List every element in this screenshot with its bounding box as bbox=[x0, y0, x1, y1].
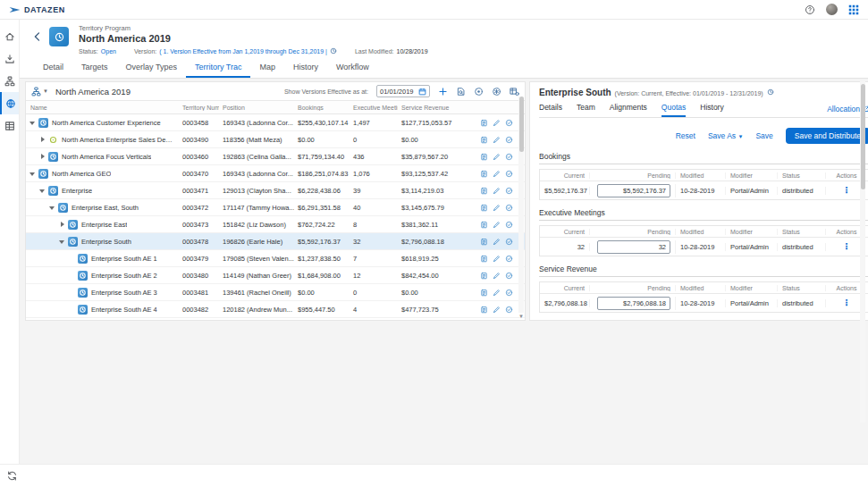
tree-row[interactable]: Enterprise South AE 30003481139461 (Rach… bbox=[26, 284, 525, 301]
hierarchy-selector[interactable]: ▼ bbox=[31, 87, 48, 97]
sidebar-item-export[interactable] bbox=[0, 47, 19, 70]
help-icon[interactable] bbox=[805, 4, 815, 15]
tab-targets[interactable]: Targets bbox=[72, 63, 117, 78]
kebab-menu-icon[interactable]: ⋮ bbox=[842, 186, 851, 195]
notes-icon[interactable] bbox=[480, 136, 488, 144]
notes-icon[interactable] bbox=[480, 255, 488, 263]
collapse-caret-icon[interactable] bbox=[48, 204, 56, 212]
notes-icon[interactable] bbox=[480, 204, 488, 212]
edit-icon[interactable] bbox=[493, 272, 501, 280]
verify-icon[interactable] bbox=[505, 153, 513, 161]
tree-row[interactable]: Enterprise South AE 20003480114149 (Nath… bbox=[26, 267, 525, 284]
kebab-menu-icon[interactable]: ⋮ bbox=[842, 298, 851, 307]
notes-icon[interactable] bbox=[480, 306, 488, 314]
detail-tab-details[interactable]: Details bbox=[539, 103, 562, 117]
detail-tab-quotas[interactable]: Quotas bbox=[662, 103, 686, 117]
tree-scrollbar[interactable] bbox=[518, 97, 524, 313]
tree-row[interactable]: Enterprise South AE 10003479179085 (Stev… bbox=[26, 250, 525, 267]
calendar-icon[interactable] bbox=[418, 88, 426, 96]
collapse-caret-icon[interactable] bbox=[38, 187, 46, 195]
edit-icon[interactable] bbox=[493, 238, 501, 246]
edit-icon[interactable] bbox=[493, 221, 501, 229]
save-as-button[interactable]: Save As ▼ bbox=[708, 131, 744, 140]
tree-row[interactable]: North America GEO0003470169343 (Ladonna … bbox=[26, 165, 525, 182]
expand-caret-icon[interactable] bbox=[38, 136, 46, 144]
collapse-caret-icon[interactable] bbox=[29, 170, 37, 178]
tree-row[interactable]: Enterprise East, South0003472171147 (Tam… bbox=[26, 199, 525, 216]
sidebar-item-worksheet[interactable] bbox=[0, 114, 19, 137]
tree-row[interactable]: North America Focus Verticals00034601928… bbox=[26, 148, 525, 165]
add-icon[interactable] bbox=[438, 87, 448, 97]
tree-row[interactable]: Enterprise East0003473151842 (Liz Dawson… bbox=[26, 216, 525, 233]
edit-icon[interactable] bbox=[493, 255, 501, 263]
verify-icon[interactable] bbox=[505, 272, 513, 280]
notes-icon[interactable] bbox=[480, 119, 488, 127]
pending-input[interactable] bbox=[597, 240, 670, 254]
tab-history[interactable]: History bbox=[284, 63, 327, 78]
verify-icon[interactable] bbox=[505, 289, 513, 297]
notes-icon[interactable] bbox=[480, 272, 488, 280]
tree-row[interactable]: Enterprise South0003478196826 (Earle Hal… bbox=[26, 233, 525, 250]
notes-icon[interactable] bbox=[480, 238, 488, 246]
verify-icon[interactable] bbox=[505, 238, 513, 246]
table-settings-icon[interactable] bbox=[510, 87, 519, 97]
verify-icon[interactable] bbox=[505, 255, 513, 263]
notes-icon[interactable] bbox=[480, 153, 488, 161]
verify-icon[interactable] bbox=[505, 170, 513, 178]
pending-input[interactable] bbox=[597, 297, 670, 310]
tree-row[interactable]: North America Enterprise Sales Developme… bbox=[26, 131, 525, 148]
edit-icon[interactable] bbox=[493, 170, 501, 178]
notes-icon[interactable] bbox=[480, 187, 488, 195]
tab-detail[interactable]: Detail bbox=[34, 63, 72, 78]
edit-icon[interactable] bbox=[493, 306, 501, 314]
apps-grid-icon[interactable] bbox=[848, 4, 859, 15]
detail-history-icon[interactable] bbox=[767, 88, 774, 96]
tab-workflow[interactable]: Workflow bbox=[327, 63, 378, 78]
verify-icon[interactable] bbox=[505, 306, 513, 314]
tree-row[interactable]: Enterprise South AE 40003482120182 (Andr… bbox=[26, 301, 525, 318]
sync-icon[interactable] bbox=[6, 470, 18, 482]
user-avatar[interactable] bbox=[826, 4, 838, 15]
scroll-down-arrow-icon[interactable]: ▼ bbox=[518, 314, 524, 319]
expand-caret-icon[interactable] bbox=[58, 221, 66, 229]
save-button[interactable]: Save bbox=[755, 131, 772, 140]
tab-territory-trac[interactable]: Territory Trac bbox=[186, 63, 251, 78]
notes-icon[interactable] bbox=[480, 170, 488, 178]
verify-icon[interactable] bbox=[505, 221, 513, 229]
tree-row[interactable]: North America Customer Experience0003458… bbox=[26, 114, 525, 131]
verify-icon[interactable] bbox=[505, 119, 513, 127]
expand-caret-icon[interactable] bbox=[38, 153, 46, 161]
tree-row[interactable]: Enterprise0003471129013 (Clayton Sha...$… bbox=[26, 182, 525, 199]
verify-icon[interactable] bbox=[505, 204, 513, 212]
edit-icon[interactable] bbox=[493, 187, 501, 195]
notes-icon[interactable] bbox=[480, 289, 488, 297]
version-history-icon[interactable] bbox=[330, 47, 337, 55]
sidebar-item-hierarchy[interactable] bbox=[0, 70, 19, 92]
detail-tab-alignments[interactable]: Alignments bbox=[610, 103, 647, 117]
effective-date-input[interactable]: 01/01/2019 bbox=[376, 85, 430, 97]
target-icon[interactable] bbox=[474, 87, 484, 97]
version-value[interactable]: ( 1. Version Effective from Jan 1,2019 t… bbox=[159, 48, 327, 55]
kebab-menu-icon[interactable]: ⋮ bbox=[842, 242, 851, 251]
reset-button[interactable]: Reset bbox=[676, 131, 695, 140]
sidebar-item-home[interactable] bbox=[0, 25, 19, 47]
edit-icon[interactable] bbox=[493, 289, 501, 297]
detail-scrollbar[interactable] bbox=[860, 81, 865, 423]
search-icon[interactable] bbox=[456, 87, 466, 97]
collapse-caret-icon[interactable] bbox=[58, 238, 66, 246]
tab-overlay-types[interactable]: Overlay Types bbox=[117, 63, 186, 78]
tab-map[interactable]: Map bbox=[250, 63, 284, 78]
edit-icon[interactable] bbox=[493, 153, 501, 161]
notes-icon[interactable] bbox=[480, 221, 488, 229]
options-icon[interactable] bbox=[492, 87, 501, 97]
edit-icon[interactable] bbox=[493, 204, 501, 212]
sidebar-item-territory[interactable] bbox=[0, 92, 19, 114]
verify-icon[interactable] bbox=[505, 187, 513, 195]
back-chevron-icon[interactable] bbox=[32, 31, 43, 42]
detail-tab-team[interactable]: Team bbox=[577, 103, 595, 117]
collapse-caret-icon[interactable] bbox=[29, 119, 37, 127]
edit-icon[interactable] bbox=[493, 119, 501, 127]
edit-icon[interactable] bbox=[493, 136, 501, 144]
verify-icon[interactable] bbox=[505, 136, 513, 144]
pending-input[interactable] bbox=[597, 184, 670, 197]
